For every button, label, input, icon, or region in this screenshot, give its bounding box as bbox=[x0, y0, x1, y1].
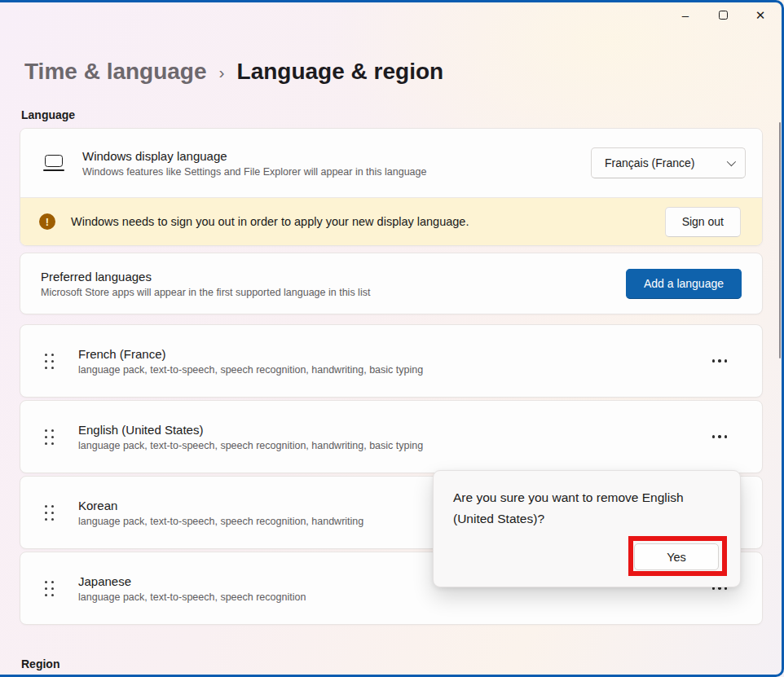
titlebar: – ✕ bbox=[0, 0, 784, 34]
dialog-message: Are you sure you want to remove English … bbox=[453, 487, 699, 530]
maximize-button[interactable] bbox=[704, 0, 742, 29]
drag-handle-icon[interactable] bbox=[45, 505, 54, 521]
preferred-languages-title: Preferred languages bbox=[41, 270, 626, 284]
language-features: language pack, text-to-speech, speech re… bbox=[78, 440, 704, 451]
chevron-right-icon: › bbox=[219, 63, 225, 82]
language-row-french: French (France) language pack, text-to-s… bbox=[20, 324, 763, 398]
close-icon: ✕ bbox=[755, 9, 766, 21]
more-options-button[interactable] bbox=[704, 427, 736, 446]
display-icon-screen bbox=[45, 155, 63, 167]
drag-handle-icon[interactable] bbox=[45, 581, 54, 596]
language-row-text: French (France) language pack, text-to-s… bbox=[78, 347, 704, 376]
signout-message: Windows needs to sign you out in order t… bbox=[71, 215, 665, 228]
language-name: French (France) bbox=[78, 347, 704, 361]
display-language-card: Windows display language Windows feature… bbox=[20, 129, 762, 198]
drag-handle-icon[interactable] bbox=[45, 429, 54, 445]
chevron-down-icon bbox=[727, 157, 736, 166]
language-features: language pack, text-to-speech, speech re… bbox=[78, 591, 704, 603]
preferred-languages-subtitle: Microsoft Store apps will appear in the … bbox=[41, 287, 626, 298]
drag-handle-icon[interactable] bbox=[45, 354, 54, 369]
display-icon bbox=[43, 155, 64, 170]
sign-out-button[interactable]: Sign out bbox=[665, 207, 741, 237]
yes-button[interactable]: Yes bbox=[634, 543, 719, 570]
add-language-button[interactable]: Add a language bbox=[626, 269, 742, 299]
display-language-title: Windows display language bbox=[82, 149, 591, 163]
minimize-button[interactable]: – bbox=[667, 0, 704, 29]
breadcrumb-parent-link[interactable]: Time & language bbox=[24, 59, 207, 85]
signout-banner: ! Windows needs to sign you out in order… bbox=[20, 198, 762, 245]
warning-icon: ! bbox=[39, 213, 55, 230]
display-language-dropdown[interactable]: Français (France) bbox=[591, 147, 746, 178]
language-row-english: English (United States) language pack, t… bbox=[20, 400, 763, 473]
display-language-group: Windows display language Windows feature… bbox=[20, 128, 763, 246]
language-row-text: English (United States) language pack, t… bbox=[78, 423, 704, 451]
display-language-text: Windows display language Windows feature… bbox=[82, 149, 591, 178]
more-icon bbox=[712, 435, 716, 438]
maximize-icon bbox=[719, 11, 728, 20]
language-name: English (United States) bbox=[78, 423, 704, 437]
language-features: language pack, text-to-speech, speech re… bbox=[78, 364, 704, 376]
section-language-header: Language bbox=[21, 108, 763, 121]
breadcrumb: Time & language › Language & region bbox=[24, 59, 763, 85]
display-icon-base bbox=[43, 169, 64, 171]
page-title: Language & region bbox=[237, 59, 444, 85]
section-region-header: Region bbox=[21, 657, 763, 670]
minimize-icon: – bbox=[682, 9, 689, 21]
more-options-button[interactable] bbox=[704, 351, 736, 371]
display-language-subtitle: Windows features like Settings and File … bbox=[82, 166, 591, 178]
scrollbar[interactable] bbox=[779, 122, 782, 358]
more-icon bbox=[712, 359, 716, 363]
preferred-languages-card: Preferred languages Microsoft Store apps… bbox=[20, 253, 763, 314]
preferred-languages-text: Preferred languages Microsoft Store apps… bbox=[41, 270, 626, 298]
display-language-selected-value: Français (France) bbox=[605, 156, 694, 169]
remove-language-dialog: Are you sure you want to remove English … bbox=[433, 470, 741, 587]
close-button[interactable]: ✕ bbox=[742, 0, 779, 29]
